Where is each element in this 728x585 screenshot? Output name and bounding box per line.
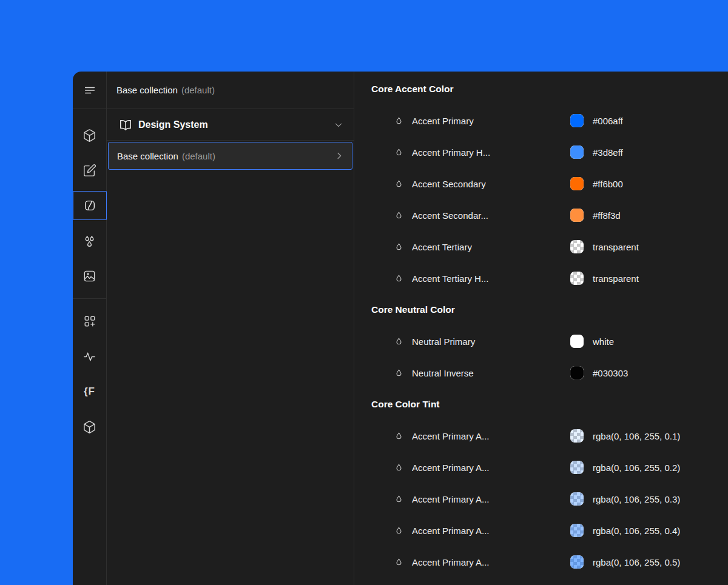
- collection-item-title: Base collection: [117, 151, 178, 161]
- font-variables-icon[interactable]: {F: [73, 374, 106, 409]
- color-swatch[interactable]: [570, 429, 584, 443]
- color-swatch[interactable]: [570, 272, 584, 285]
- chevron-right-icon: [334, 150, 345, 161]
- variable-value: white: [593, 326, 614, 357]
- variable-name: Accent Primary H...: [412, 147, 490, 158]
- collection-item-selected[interactable]: Base collection (default): [108, 142, 352, 170]
- color-collection-icon[interactable]: [73, 188, 106, 223]
- variable-name: Accent Primary A...: [412, 526, 490, 536]
- variable-row[interactable]: Accent Secondary#ff6b00: [354, 168, 728, 199]
- variable-name: Accent Tertiary H...: [412, 273, 488, 284]
- variable-row[interactable]: Accent Primary A...rgba(0, 106, 255, 0.1…: [354, 420, 728, 452]
- droplet-icon: [393, 116, 404, 125]
- variable-name: Neutral Primary: [412, 336, 475, 347]
- variable-row[interactable]: Accent Tertiary H...transparent: [354, 262, 728, 294]
- section-heading: Core Color Tint: [354, 389, 728, 420]
- insert-grid-icon[interactable]: [73, 304, 106, 339]
- droplet-icon: [393, 495, 404, 504]
- activity-icon[interactable]: [73, 339, 106, 374]
- book-icon: [119, 118, 132, 132]
- droplet-icon: [393, 179, 404, 189]
- color-swatch[interactable]: [570, 240, 584, 253]
- variable-row[interactable]: Accent Secondar...#ff8f3d: [354, 199, 728, 231]
- variable-row[interactable]: Neutral Inverse#030303: [354, 357, 728, 389]
- color-swatch[interactable]: [570, 177, 584, 190]
- variable-row[interactable]: Accent Primary A...rgba(0, 106, 255, 0.4…: [354, 515, 728, 546]
- color-swatch[interactable]: [570, 145, 584, 159]
- droplet-icon: [393, 369, 404, 378]
- variable-row[interactable]: Accent Primary H...#3d8eff: [354, 136, 728, 168]
- variable-value: #3d8eff: [593, 136, 623, 168]
- variable-value: rgba(0, 106, 255, 0.5): [593, 546, 680, 578]
- variable-value: rgba(0, 106, 255, 0.1): [593, 420, 680, 452]
- variable-row[interactable]: Accent Tertiarytransparent: [354, 231, 728, 262]
- droplet-icon: [393, 337, 404, 346]
- variable-name: Accent Primary A...: [412, 557, 490, 567]
- box-icon[interactable]: [73, 118, 106, 153]
- rail-divider: [73, 298, 106, 299]
- variable-name: Accent Tertiary: [412, 242, 472, 252]
- library-selector[interactable]: Design System: [107, 109, 354, 141]
- droplets-icon[interactable]: [73, 223, 106, 258]
- chevron-down-icon: [333, 119, 344, 130]
- variable-value: transparent: [593, 231, 639, 262]
- droplet-icon: [393, 211, 404, 220]
- color-swatch[interactable]: [570, 555, 584, 569]
- variable-row[interactable]: Accent Primary A...rgba(0, 106, 255, 0.5…: [354, 546, 728, 578]
- variable-value: #ff8f3d: [593, 199, 621, 231]
- collections-sidebar: Base collection (default) Design System …: [107, 72, 354, 585]
- variable-name: Accent Primary A...: [412, 431, 490, 441]
- color-swatch[interactable]: [570, 492, 584, 506]
- cube-icon[interactable]: [73, 409, 106, 444]
- droplet-icon: [393, 148, 404, 157]
- variable-value: rgba(0, 106, 255, 0.3): [593, 483, 680, 515]
- toolbar-rail: {F: [73, 72, 107, 585]
- droplet-icon: [393, 558, 404, 567]
- variable-value: transparent: [593, 262, 639, 294]
- variable-name: Accent Secondary: [412, 179, 486, 189]
- variable-value: rgba(0, 106, 255, 0.2): [593, 452, 680, 483]
- collection-header: Base collection (default): [107, 72, 354, 109]
- variable-name: Accent Primary A...: [412, 494, 490, 504]
- variables-panel: Core Accent ColorAccent Primary#006affAc…: [354, 72, 728, 585]
- variable-value: #ff6b00: [593, 168, 623, 199]
- color-swatch[interactable]: [570, 335, 584, 348]
- color-swatch[interactable]: [570, 366, 584, 379]
- image-icon[interactable]: [73, 258, 106, 293]
- droplet-icon: [393, 463, 404, 472]
- edit-icon[interactable]: [73, 153, 106, 188]
- variable-name: Neutral Inverse: [412, 368, 474, 378]
- droplet-icon: [393, 526, 404, 535]
- collection-title: Base collection: [116, 85, 178, 95]
- droplet-icon: [393, 432, 404, 441]
- color-swatch[interactable]: [570, 461, 584, 474]
- variable-value: #006aff: [593, 105, 623, 136]
- variable-name: Accent Secondar...: [412, 210, 488, 221]
- section-heading: Core Neutral Color: [354, 294, 728, 326]
- design-system-panel: {F Base collection (default) Design Syst…: [73, 72, 728, 585]
- menu-icon[interactable]: [73, 73, 106, 108]
- variable-row[interactable]: Accent Primary A...rgba(0, 106, 255, 0.3…: [354, 483, 728, 515]
- collection-item-default-badge: (default): [182, 151, 215, 161]
- droplet-icon: [393, 242, 404, 252]
- collection-default-badge: (default): [181, 85, 215, 95]
- droplet-icon: [393, 274, 404, 283]
- variable-name: Accent Primary: [412, 116, 474, 126]
- variable-row[interactable]: Accent Primary#006aff: [354, 105, 728, 136]
- variable-name: Accent Primary A...: [412, 463, 490, 473]
- variable-value: rgba(0, 106, 255, 0.4): [593, 515, 680, 546]
- variable-value: #030303: [593, 357, 628, 389]
- section-heading: Core Accent Color: [354, 73, 728, 105]
- library-name: Design System: [138, 119, 208, 130]
- color-swatch[interactable]: [570, 209, 584, 222]
- variable-row[interactable]: Accent Primary A...rgba(0, 106, 255, 0.2…: [354, 452, 728, 483]
- color-swatch[interactable]: [570, 114, 584, 127]
- variable-row[interactable]: Neutral Primarywhite: [354, 326, 728, 357]
- color-swatch[interactable]: [570, 524, 584, 537]
- font-variables-glyph: {F: [84, 386, 95, 398]
